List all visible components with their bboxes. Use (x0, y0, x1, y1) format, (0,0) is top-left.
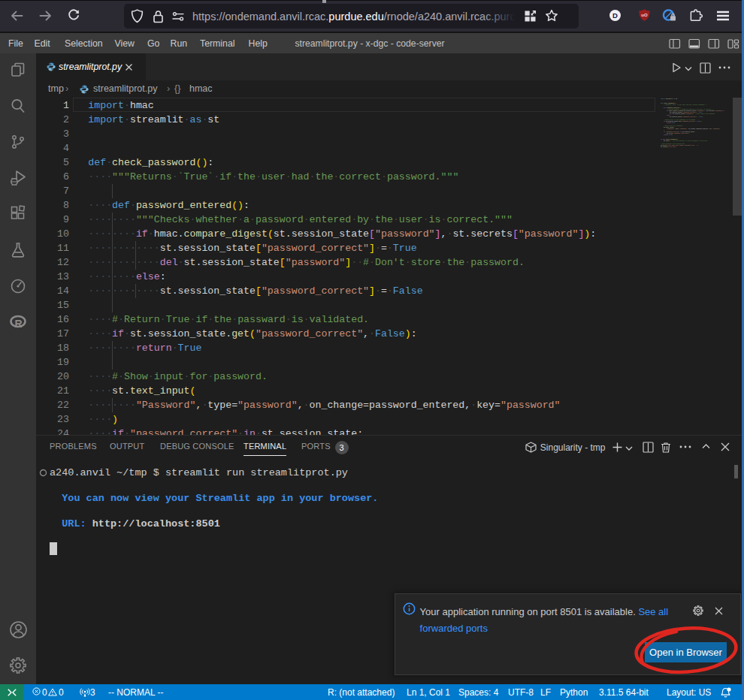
svg-text:R: R (15, 318, 23, 330)
svg-text:uO: uO (641, 13, 648, 17)
svg-text:D: D (612, 11, 618, 20)
